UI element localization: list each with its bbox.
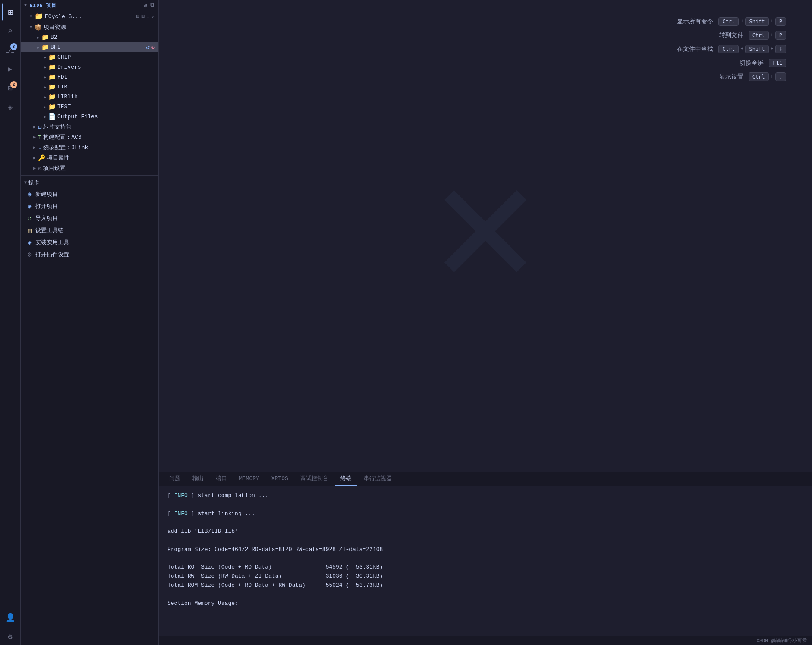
project-source[interactable]: ▼ 📦 项目资源 xyxy=(21,22,158,32)
tab-debug-console[interactable]: 调试控制台 xyxy=(295,472,334,486)
tree-item-bfl[interactable]: ▶ 📁 BFL ↺ ⊘ xyxy=(21,42,158,52)
tree-item-output[interactable]: ▶ 📄 Output Files xyxy=(21,112,158,122)
tree-item-chip-support[interactable]: ▶ ⊞ 芯片支持包 xyxy=(21,122,158,132)
terminal-line-2: [ INFO ] start linking ... xyxy=(167,510,803,519)
main-area: ✕ 显示所有命令 Ctrl + Shift + P 转到文件 Ctrl xyxy=(159,0,812,645)
tree-item-drivers[interactable]: ▶ 📁 Drivers xyxy=(21,62,158,72)
cmd-find-in-file: 在文件中查找 Ctrl + Shift + F xyxy=(677,45,786,53)
tab-terminal[interactable]: 终端 xyxy=(335,472,357,486)
editor-area: ✕ 显示所有命令 Ctrl + Shift + P 转到文件 Ctrl xyxy=(159,0,812,472)
panel-tabs: 问题 输出 端口 MEMORY XRTOS 调试控制台 终端 串行监视器 xyxy=(159,472,812,486)
tree-item-liblib[interactable]: ▶ 📁 LIBlib xyxy=(21,92,158,102)
flash-icon[interactable]: ⊞ xyxy=(142,13,145,20)
tab-memory[interactable]: MEMORY xyxy=(234,473,264,485)
cmd-show-settings: 显示设置 Ctrl + , xyxy=(719,72,786,81)
ops-set-toolchain[interactable]: ▦ 设置工具链 xyxy=(21,224,158,236)
terminal-line-8: Section Memory Usage: xyxy=(167,599,803,608)
tab-port[interactable]: 端口 xyxy=(211,472,232,486)
panel-area: 问题 输出 端口 MEMORY XRTOS 调试控制台 终端 串行监视器 [ I… xyxy=(159,472,812,636)
source-control-icon[interactable]: ⎇ 3 xyxy=(2,41,19,59)
project-row[interactable]: ▼ 📁 ECycle_G... ⊞ ⊞ ↓ ✓ xyxy=(21,11,158,22)
terminal-line-1: [ INFO ] start compilation ... xyxy=(167,491,803,500)
terminal-line-5: Total RO Size (Code + RO Data) 54592 ( 5… xyxy=(167,563,803,572)
tab-problems[interactable]: 问题 xyxy=(164,472,186,486)
tree-item-build-config[interactable]: ▶ ⊤ 构建配置：AC6 xyxy=(21,132,158,142)
check-icon[interactable]: ✓ xyxy=(151,13,155,20)
ops-install-tools[interactable]: ◈ 安装实用工具 xyxy=(21,236,158,249)
account-icon[interactable]: 👤 xyxy=(2,609,19,626)
tree-item-flash-config[interactable]: ▶ ↓ 烧录配置：JLink xyxy=(21,142,158,153)
run-icon[interactable]: ▶ xyxy=(2,60,19,78)
tree-item-chip[interactable]: ▶ 📁 CHIP xyxy=(21,52,158,62)
files-icon[interactable]: ⊞ xyxy=(2,3,19,21)
ops-header[interactable]: ▼ 操作 xyxy=(21,177,158,188)
status-text: CSDN @喵喵锤你小可爱 xyxy=(756,637,807,644)
activity-bar: ⊞ ⌕ ⎇ 3 ▶ ⊡ 2 ◈ 👤 ⚙ xyxy=(0,0,21,645)
extensions-icon[interactable]: ⊡ 2 xyxy=(2,79,19,97)
ops-open-plugin-settings[interactable]: ⚙ 打开插件设置 xyxy=(21,249,158,261)
tree-item-test[interactable]: ▶ 📁 TEST xyxy=(21,102,158,112)
collapse-icon[interactable]: ⧉ xyxy=(150,2,155,9)
terminal-line-4: Program Size: Code=46472 RO-data=8120 RW… xyxy=(167,545,803,554)
tab-output[interactable]: 输出 xyxy=(187,472,209,486)
eide-icon[interactable]: ◈ xyxy=(2,98,19,116)
status-bar: CSDN @喵喵锤你小可爱 xyxy=(159,636,812,645)
tree-item-project-settings[interactable]: ▶ ⚙ 项目设置 xyxy=(21,163,158,173)
tab-serial-monitor[interactable]: 串行监视器 xyxy=(359,472,397,486)
bfl-remove-icon[interactable]: ⊘ xyxy=(151,44,155,51)
ops-open-project[interactable]: ◈ 打开项目 xyxy=(21,200,158,212)
terminal-line-3: add lib 'LIB/LIB.lib' xyxy=(167,527,803,536)
tab-xrtos[interactable]: XRTOS xyxy=(266,473,293,485)
tree-item-b2[interactable]: ▶ 📁 B2 xyxy=(21,32,158,42)
download-icon[interactable]: ↓ xyxy=(146,13,150,20)
search-icon[interactable]: ⌕ xyxy=(2,22,19,40)
eide-header[interactable]: ▼ EIDE 项目 ↺ ⧉ xyxy=(21,0,158,11)
settings-icon[interactable]: ⚙ xyxy=(2,628,19,645)
build-icon[interactable]: ⊞ xyxy=(136,13,140,20)
tree-item-lib[interactable]: ▶ 📁 LIB xyxy=(21,82,158,92)
ops-import-project[interactable]: ↺ 导入项目 xyxy=(21,212,158,224)
ops-new-project[interactable]: ◈ 新建项目 xyxy=(21,188,158,200)
cmd-show-all: 显示所有命令 Ctrl + Shift + P xyxy=(677,17,786,26)
refresh-icon[interactable]: ↺ xyxy=(144,2,148,9)
tree-item-hdl[interactable]: ▶ 📁 HDL xyxy=(21,72,158,82)
command-area: 显示所有命令 Ctrl + Shift + P 转到文件 Ctrl + P xyxy=(651,0,812,98)
cmd-goto-file: 转到文件 Ctrl + P xyxy=(719,31,786,40)
terminal-line-6: Total RW Size (RW Data + ZI Data) 31036 … xyxy=(167,572,803,581)
terminal-line-7: Total ROM Size (Code + RO Data + RW Data… xyxy=(167,581,803,590)
tree-item-project-props[interactable]: ▶ 🔑 项目属性 xyxy=(21,153,158,163)
cmd-fullscreen: 切换全屏 F11 xyxy=(740,59,786,67)
watermark: ✕ xyxy=(434,150,538,322)
bfl-refresh-icon[interactable]: ↺ xyxy=(146,44,149,51)
sidebar: ▼ EIDE 项目 ↺ ⧉ ▼ 📁 ECycle_G... ⊞ ⊞ ↓ ✓ ▼ … xyxy=(21,0,159,645)
terminal-content[interactable]: [ INFO ] start compilation ... [ INFO ] … xyxy=(159,486,812,636)
